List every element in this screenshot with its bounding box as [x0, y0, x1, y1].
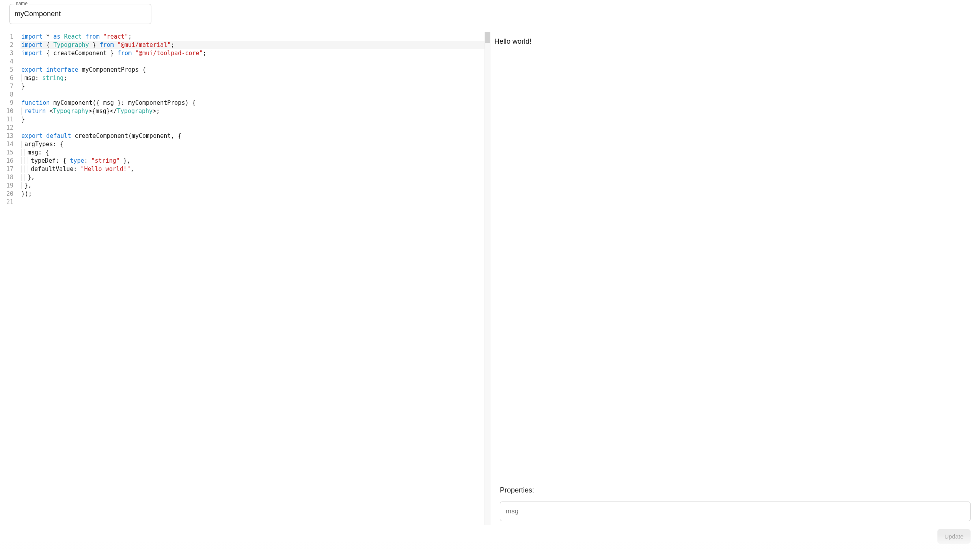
update-button[interactable]: Update — [937, 529, 971, 544]
line-number: 11 — [0, 115, 13, 124]
code-editor[interactable]: 123456789101112131415161718192021 import… — [0, 32, 490, 525]
editor-code-area[interactable]: import * as React from "react";import { … — [20, 32, 484, 525]
line-number: 15 — [0, 149, 13, 157]
code-line[interactable] — [20, 58, 484, 66]
preview-output-text: Hello world! — [494, 37, 976, 46]
code-line[interactable]: function myComponent({ msg }: myComponen… — [20, 99, 484, 107]
property-input-msg[interactable] — [500, 502, 971, 521]
line-number: 2 — [0, 41, 13, 49]
code-line[interactable]: return <Typography>{msg}</Typography>; — [20, 107, 484, 115]
code-line[interactable]: argTypes: { — [20, 140, 484, 149]
code-line[interactable]: }); — [20, 190, 484, 198]
code-line[interactable]: export default createComponent(myCompone… — [20, 132, 484, 140]
line-number: 13 — [0, 132, 13, 140]
line-number: 17 — [0, 165, 13, 173]
code-line[interactable] — [20, 91, 484, 99]
code-line[interactable]: } — [20, 82, 484, 91]
line-number: 16 — [0, 157, 13, 165]
line-number: 4 — [0, 58, 13, 66]
code-line[interactable]: } — [20, 115, 484, 124]
app-root: name 123456789101112131415161718192021 i… — [0, 0, 980, 550]
line-number: 6 — [0, 74, 13, 82]
line-number: 9 — [0, 99, 13, 107]
line-number: 1 — [0, 33, 13, 41]
properties-title: Properties: — [500, 486, 971, 494]
line-number: 19 — [0, 182, 13, 190]
line-number: 7 — [0, 82, 13, 91]
code-line[interactable] — [20, 198, 484, 206]
editor-minimap[interactable] — [484, 32, 490, 525]
code-line[interactable]: msg: { — [20, 149, 484, 157]
line-number: 3 — [0, 49, 13, 58]
line-number: 14 — [0, 140, 13, 149]
top-bar: name — [0, 0, 980, 24]
line-number: 8 — [0, 91, 13, 99]
code-line[interactable] — [20, 124, 484, 132]
code-line[interactable]: import * as React from "react"; — [20, 33, 484, 41]
editor-gutter: 123456789101112131415161718192021 — [0, 32, 20, 525]
line-number: 10 — [0, 107, 13, 115]
main-area: 123456789101112131415161718192021 import… — [0, 24, 980, 525]
bottom-bar: Update — [0, 525, 980, 550]
line-number: 12 — [0, 124, 13, 132]
preview-pane: Hello world! Properties: — [490, 32, 980, 525]
code-line[interactable]: export interface myComponentProps { — [20, 66, 484, 74]
code-line[interactable]: defaultValue: "Hello world!", — [20, 165, 484, 173]
code-line[interactable]: }, — [20, 182, 484, 190]
name-input[interactable] — [9, 4, 151, 24]
name-field-label: name — [14, 1, 29, 6]
line-number: 20 — [0, 190, 13, 198]
minimap-thumb[interactable] — [485, 32, 490, 43]
code-line[interactable]: import { Typography } from "@mui/materia… — [20, 41, 484, 49]
preview-canvas: Hello world! — [490, 32, 980, 479]
line-number: 21 — [0, 198, 13, 206]
name-field-wrapper: name — [9, 4, 151, 24]
code-line[interactable]: }, — [20, 173, 484, 182]
properties-panel: Properties: — [490, 479, 980, 525]
line-number: 5 — [0, 66, 13, 74]
code-line[interactable]: typeDef: { type: "string" }, — [20, 157, 484, 165]
code-line[interactable]: import { createComponent } from "@mui/to… — [20, 49, 484, 58]
code-line[interactable]: msg: string; — [20, 74, 484, 82]
line-number: 18 — [0, 173, 13, 182]
